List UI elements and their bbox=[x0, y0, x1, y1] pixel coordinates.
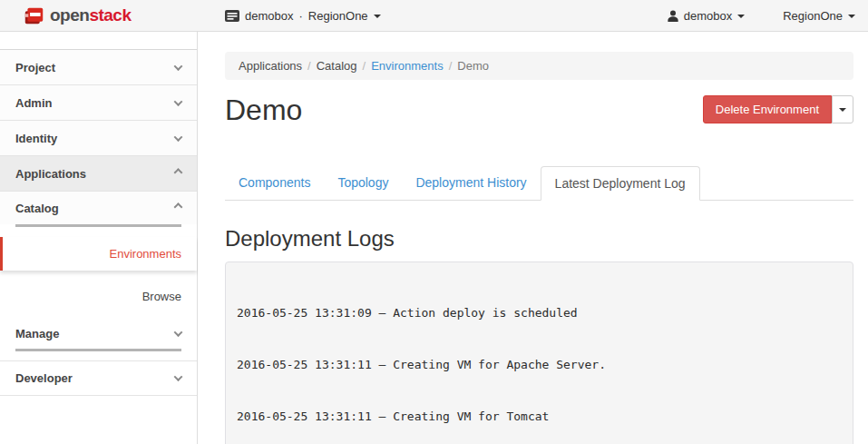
openstack-logo[interactable]: openstack bbox=[0, 5, 198, 26]
breadcrumb-separator: / bbox=[307, 59, 311, 73]
log-text: 2016-05-25 13:31:09 — Action deploy is s… bbox=[237, 306, 578, 320]
chevron-up-icon bbox=[174, 202, 183, 212]
breadcrumb-separator: / bbox=[363, 59, 366, 73]
sidebar-item-catalog[interactable]: Catalog bbox=[0, 192, 197, 224]
sidebar-nav: Project Admin Identity Applications Cata… bbox=[0, 32, 198, 444]
actions-dropdown-toggle[interactable] bbox=[832, 95, 853, 123]
tab-deployment-history[interactable]: Deployment History bbox=[402, 166, 540, 200]
environment-tabs: Components Topology Deployment History L… bbox=[225, 166, 853, 201]
breadcrumb-separator: / bbox=[449, 59, 453, 73]
sidebar-group-divider bbox=[15, 349, 181, 351]
user-menu[interactable]: demobox bbox=[668, 9, 745, 23]
delete-environment-button[interactable]: Delete Environment bbox=[703, 95, 832, 123]
sidebar-item-applications[interactable]: Applications bbox=[0, 156, 197, 192]
sidebar-item-environments[interactable]: Environments bbox=[0, 237, 197, 271]
caret-down-icon bbox=[737, 15, 745, 18]
caret-down-icon bbox=[839, 108, 846, 112]
sidebar-item-project[interactable]: Project bbox=[0, 50, 197, 85]
log-text: 2016-05-25 13:31:11 — Creating VM for To… bbox=[237, 409, 549, 423]
sidebar-item-label: Developer bbox=[15, 371, 73, 385]
log-line: 2016-05-25 13:31:11 — Creating VM for Ap… bbox=[237, 356, 842, 373]
region-menu[interactable]: RegionOne bbox=[783, 9, 855, 23]
sidebar-item-label: Admin bbox=[15, 96, 52, 110]
sidebar-item-label: Identity bbox=[15, 132, 57, 145]
chevron-down-icon bbox=[174, 97, 183, 106]
switcher-region-label: RegionOne bbox=[308, 9, 368, 23]
breadcrumb-applications: Applications bbox=[239, 59, 302, 73]
caret-down-icon bbox=[848, 15, 855, 18]
region-menu-label: RegionOne bbox=[783, 9, 843, 23]
sidebar-item-label: Project bbox=[15, 61, 55, 74]
log-text: 2016-05-25 13:31:11 — Creating VM for Ap… bbox=[237, 358, 606, 371]
sidebar-item-label: Environments bbox=[110, 247, 181, 261]
chevron-down-icon bbox=[174, 133, 183, 142]
deployment-logs-heading: Deployment Logs bbox=[225, 226, 853, 252]
sidebar-item-developer[interactable]: Developer bbox=[0, 360, 197, 396]
sidebar-item-label: Manage bbox=[15, 327, 59, 340]
caret-down-icon bbox=[374, 15, 381, 18]
user-menu-label: demobox bbox=[684, 9, 732, 23]
page-header: Demo Delete Environment bbox=[225, 94, 853, 127]
openstack-logo-icon bbox=[24, 5, 44, 26]
sidebar-item-label: Browse bbox=[142, 290, 181, 303]
brand-stack-text: stack bbox=[89, 5, 131, 25]
breadcrumb-catalog: Catalog bbox=[317, 59, 357, 73]
sidebar-item-manage[interactable]: Manage bbox=[0, 319, 197, 349]
chevron-down-icon bbox=[174, 62, 183, 71]
sidebar-top-strip bbox=[0, 32, 197, 50]
log-line: 2016-05-25 13:31:09 — Action deploy is s… bbox=[237, 304, 842, 321]
deployment-log-panel: 2016-05-25 13:31:09 — Action deploy is s… bbox=[225, 261, 853, 444]
sidebar-item-label: Catalog bbox=[15, 202, 59, 215]
page-title: Demo bbox=[225, 94, 302, 127]
project-region-switcher[interactable]: demobox · RegionOne bbox=[225, 9, 381, 23]
sidebar-item-label: Applications bbox=[15, 167, 86, 181]
main-content: Applications/Catalog/Environments/Demo D… bbox=[198, 32, 868, 444]
switcher-project-label: demobox bbox=[245, 9, 293, 23]
sidebar-item-admin[interactable]: Admin bbox=[0, 85, 197, 121]
tab-topology[interactable]: Topology bbox=[324, 166, 402, 200]
brand-open-text: open bbox=[50, 5, 89, 25]
chevron-down-icon bbox=[174, 372, 183, 381]
chevron-down-icon bbox=[174, 328, 183, 337]
chevron-up-icon bbox=[174, 168, 183, 177]
sidebar-item-identity[interactable]: Identity bbox=[0, 121, 197, 156]
switcher-separator: · bbox=[298, 9, 302, 23]
log-line: 2016-05-25 13:31:11 — Creating VM for To… bbox=[237, 408, 842, 425]
sidebar-item-browse[interactable]: Browse bbox=[0, 280, 197, 313]
sidebar-group-divider bbox=[15, 224, 181, 227]
topbar: openstack demobox · RegionOne demobox bbox=[0, 0, 868, 32]
tab-components[interactable]: Components bbox=[225, 166, 324, 200]
environment-actions: Delete Environment bbox=[703, 95, 853, 123]
brand-wordmark: openstack bbox=[50, 5, 132, 25]
projects-list-icon bbox=[225, 10, 239, 22]
user-icon bbox=[668, 10, 678, 22]
breadcrumb-current: Demo bbox=[457, 59, 489, 73]
breadcrumb-environments-link[interactable]: Environments bbox=[371, 59, 443, 73]
breadcrumb: Applications/Catalog/Environments/Demo bbox=[225, 52, 853, 80]
tab-latest-deployment-log[interactable]: Latest Deployment Log bbox=[541, 166, 700, 201]
